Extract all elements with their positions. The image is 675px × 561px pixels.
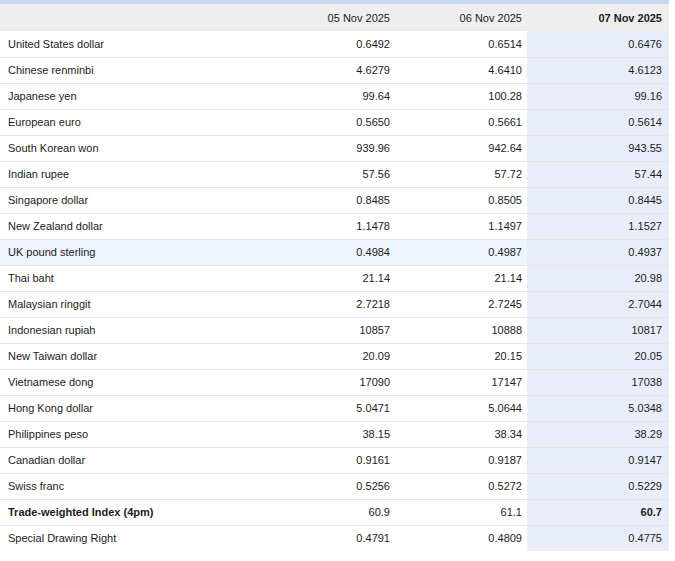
table-row[interactable]: Singapore dollar0.84850.85050.8445: [0, 187, 669, 213]
table-row[interactable]: Special Drawing Right0.47910.48090.4775: [0, 525, 669, 551]
rate-value-cell: 5.0471: [256, 395, 390, 421]
rate-value-cell: 0.9187: [390, 447, 527, 473]
currency-name-cell: Chinese renminbi: [0, 57, 256, 83]
exchange-rates-page: 05 Nov 2025 06 Nov 2025 07 Nov 2025 Unit…: [0, 0, 675, 561]
rate-value-cell: 60.7: [527, 499, 669, 525]
rate-value-cell: 60.9: [256, 499, 390, 525]
table-row[interactable]: New Taiwan dollar20.0920.1520.05: [0, 343, 669, 369]
rate-value-cell: 0.5256: [256, 473, 390, 499]
table-row[interactable]: Japanese yen99.64100.2899.16: [0, 83, 669, 109]
rate-value-cell: 0.4809: [390, 525, 527, 551]
currency-name-cell: Vietnamese dong: [0, 369, 256, 395]
rate-value-cell: 20.15: [390, 343, 527, 369]
currency-name-cell: Malaysian ringgit: [0, 291, 256, 317]
date-column-header-1: 05 Nov 2025: [256, 4, 390, 31]
currency-name-cell: UK pound sterling: [0, 239, 256, 265]
rate-value-cell: 20.09: [256, 343, 390, 369]
currency-name-cell: Japanese yen: [0, 83, 256, 109]
rate-value-cell: 0.5272: [390, 473, 527, 499]
rate-value-cell: 20.98: [527, 265, 669, 291]
table-row[interactable]: Vietnamese dong170901714717038: [0, 369, 669, 395]
rate-value-cell: 10888: [390, 317, 527, 343]
rate-value-cell: 17147: [390, 369, 527, 395]
currency-name-cell: Canadian dollar: [0, 447, 256, 473]
table-row[interactable]: Indian rupee57.5657.7257.44: [0, 161, 669, 187]
currency-name-cell: Thai baht: [0, 265, 256, 291]
date-column-header-2: 06 Nov 2025: [390, 4, 527, 31]
rate-value-cell: 2.7044: [527, 291, 669, 317]
rate-value-cell: 17038: [527, 369, 669, 395]
rate-value-cell: 0.9161: [256, 447, 390, 473]
rate-value-cell: 4.6410: [390, 57, 527, 83]
rate-value-cell: 1.1478: [256, 213, 390, 239]
rate-value-cell: 0.5614: [527, 109, 669, 135]
rate-value-cell: 2.7218: [256, 291, 390, 317]
table-row[interactable]: Canadian dollar0.91610.91870.9147: [0, 447, 669, 473]
rate-value-cell: 99.16: [527, 83, 669, 109]
date-column-header-current: 07 Nov 2025: [527, 4, 669, 31]
currency-name-cell: New Taiwan dollar: [0, 343, 256, 369]
rate-value-cell: 4.6123: [527, 57, 669, 83]
currency-name-cell: United States dollar: [0, 31, 256, 57]
rate-value-cell: 0.5229: [527, 473, 669, 499]
rate-value-cell: 10857: [256, 317, 390, 343]
table-row[interactable]: South Korean won939.96942.64943.55: [0, 135, 669, 161]
table-row[interactable]: Chinese renminbi4.62794.64104.6123: [0, 57, 669, 83]
rate-value-cell: 57.72: [390, 161, 527, 187]
table-row[interactable]: Trade-weighted Index (4pm)60.961.160.7: [0, 499, 669, 525]
table-row[interactable]: Hong Kong dollar5.04715.06445.0348: [0, 395, 669, 421]
rate-value-cell: 5.0348: [527, 395, 669, 421]
rate-value-cell: 61.1: [390, 499, 527, 525]
table-header-row: 05 Nov 2025 06 Nov 2025 07 Nov 2025: [0, 4, 669, 31]
rate-value-cell: 99.64: [256, 83, 390, 109]
currency-name-cell: Singapore dollar: [0, 187, 256, 213]
currency-name-cell: Swiss franc: [0, 473, 256, 499]
table-row[interactable]: Indonesian rupiah108571088810817: [0, 317, 669, 343]
table-row[interactable]: Thai baht21.1421.1420.98: [0, 265, 669, 291]
rate-value-cell: 100.28: [390, 83, 527, 109]
currency-name-cell: Hong Kong dollar: [0, 395, 256, 421]
rate-value-cell: 38.29: [527, 421, 669, 447]
rate-value-cell: 0.4987: [390, 239, 527, 265]
table-row[interactable]: Malaysian ringgit2.72182.72452.7044: [0, 291, 669, 317]
currency-name-cell: Philippines peso: [0, 421, 256, 447]
currency-name-cell: Indian rupee: [0, 161, 256, 187]
rate-value-cell: 0.8445: [527, 187, 669, 213]
rate-value-cell: 0.5650: [256, 109, 390, 135]
exchange-rates-table: 05 Nov 2025 06 Nov 2025 07 Nov 2025 Unit…: [0, 4, 669, 551]
rate-value-cell: 0.4984: [256, 239, 390, 265]
rate-value-cell: 0.9147: [527, 447, 669, 473]
rate-value-cell: 38.15: [256, 421, 390, 447]
table-row[interactable]: European euro0.56500.56610.5614: [0, 109, 669, 135]
rate-value-cell: 21.14: [256, 265, 390, 291]
rate-value-cell: 17090: [256, 369, 390, 395]
currency-name-cell: Special Drawing Right: [0, 525, 256, 551]
rate-value-cell: 0.6492: [256, 31, 390, 57]
currency-column-header: [0, 4, 256, 31]
rate-value-cell: 1.1497: [390, 213, 527, 239]
rate-value-cell: 942.64: [390, 135, 527, 161]
rate-value-cell: 1.1527: [527, 213, 669, 239]
currency-name-cell: Trade-weighted Index (4pm): [0, 499, 256, 525]
table-row[interactable]: Philippines peso38.1538.3438.29: [0, 421, 669, 447]
rate-value-cell: 0.5661: [390, 109, 527, 135]
currency-name-cell: European euro: [0, 109, 256, 135]
rate-value-cell: 0.8485: [256, 187, 390, 213]
currency-name-cell: South Korean won: [0, 135, 256, 161]
rate-value-cell: 38.34: [390, 421, 527, 447]
table-row[interactable]: United States dollar0.64920.65140.6476: [0, 31, 669, 57]
rate-value-cell: 0.6514: [390, 31, 527, 57]
rate-value-cell: 57.44: [527, 161, 669, 187]
rate-value-cell: 0.4775: [527, 525, 669, 551]
currency-name-cell: Indonesian rupiah: [0, 317, 256, 343]
rate-value-cell: 0.4791: [256, 525, 390, 551]
rate-value-cell: 4.6279: [256, 57, 390, 83]
rate-value-cell: 21.14: [390, 265, 527, 291]
rate-value-cell: 939.96: [256, 135, 390, 161]
table-row[interactable]: Swiss franc0.52560.52720.5229: [0, 473, 669, 499]
currency-name-cell: New Zealand dollar: [0, 213, 256, 239]
rate-value-cell: 57.56: [256, 161, 390, 187]
rate-value-cell: 20.05: [527, 343, 669, 369]
table-row[interactable]: UK pound sterling0.49840.49870.4937: [0, 239, 669, 265]
table-row[interactable]: New Zealand dollar1.14781.14971.1527: [0, 213, 669, 239]
